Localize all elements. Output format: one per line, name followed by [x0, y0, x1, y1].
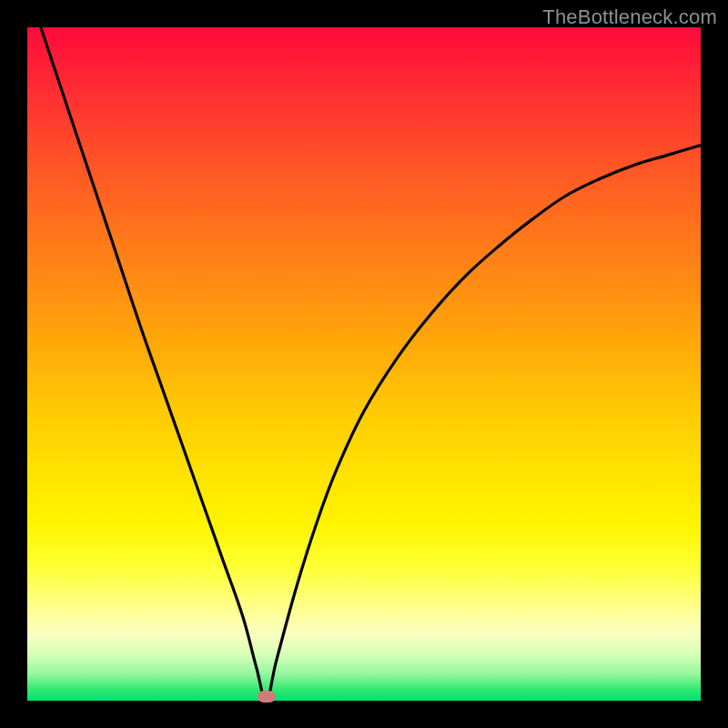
- chart-frame: TheBottleneck.com: [0, 0, 728, 728]
- watermark-text: TheBottleneck.com: [542, 5, 717, 29]
- plot-area: [27, 27, 701, 701]
- bottleneck-curve: [27, 27, 701, 701]
- minimum-marker: [258, 691, 276, 703]
